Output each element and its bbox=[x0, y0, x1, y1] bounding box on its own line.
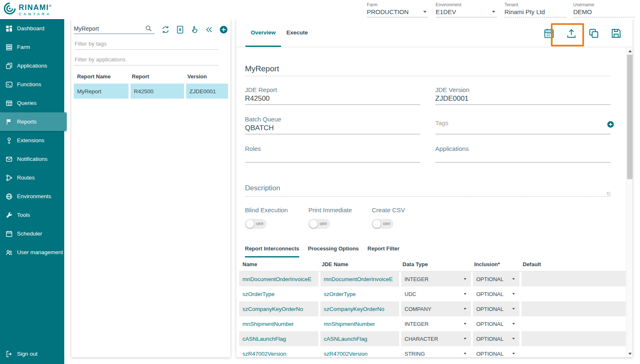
col-report-name: Report Name bbox=[74, 73, 128, 80]
search-icon bbox=[145, 25, 152, 32]
roles-field[interactable]: Roles bbox=[245, 145, 420, 163]
tab-processing-options[interactable]: Processing Options bbox=[308, 245, 359, 257]
report-row-myreport[interactable]: MyReport R42500 ZJDE0001 bbox=[74, 84, 230, 99]
report-search-field[interactable] bbox=[74, 25, 155, 34]
create-csv-label: Create CSV bbox=[372, 206, 435, 214]
sign-out-button[interactable]: Sign out bbox=[0, 345, 64, 363]
jde-version-field[interactable]: JDE Version ZJDE0001 bbox=[435, 86, 611, 105]
sidebar-item-queries[interactable]: Queries bbox=[0, 94, 64, 112]
data-type-select[interactable]: CHARACTER bbox=[399, 331, 471, 346]
col-inclusion: Inclusion* bbox=[471, 261, 519, 267]
sidebar-item-routes[interactable]: Routes bbox=[0, 168, 64, 187]
sidebar-item-environments[interactable]: Environments bbox=[0, 187, 64, 206]
sidebar-item-tools[interactable]: Tools bbox=[0, 206, 64, 224]
upload-button[interactable] bbox=[566, 28, 577, 39]
data-type-select[interactable]: INTEGER bbox=[399, 272, 471, 286]
default-cell[interactable] bbox=[519, 331, 626, 346]
sidebar-item-farm[interactable]: Farm bbox=[0, 38, 64, 56]
table-row: mnDocumentOrderInvoiceE mnDocumentOrderI… bbox=[239, 272, 626, 286]
name-cell: mnShipmentNumber bbox=[239, 316, 318, 331]
sidebar-item-user-management[interactable]: User management bbox=[0, 243, 64, 262]
manual-select-button[interactable] bbox=[190, 25, 199, 34]
tab-execute[interactable]: Execute bbox=[281, 19, 313, 47]
refresh-button[interactable] bbox=[161, 25, 170, 34]
sidebar-item-applications[interactable]: Applications bbox=[0, 56, 64, 75]
applications-icon bbox=[5, 62, 12, 69]
name-cell: cASNLaunchFlag bbox=[239, 331, 318, 346]
farm-select[interactable]: Farm PRODUCTION bbox=[367, 2, 428, 17]
applications-value bbox=[435, 153, 611, 163]
description-input[interactable] bbox=[245, 192, 611, 197]
environment-value: E1DEV bbox=[436, 8, 456, 15]
sidebar-item-label: Tools bbox=[17, 212, 30, 218]
chevron-down-icon bbox=[464, 353, 466, 354]
sidebar-item-label: Functions bbox=[17, 81, 41, 87]
inclusion-select[interactable]: OPTIONAL bbox=[471, 301, 519, 316]
description-label: Description bbox=[245, 184, 611, 192]
blind-execution-toggle[interactable]: OFF bbox=[245, 219, 267, 229]
sidebar-item-reports[interactable]: Reports bbox=[0, 112, 67, 131]
add-tag-button[interactable] bbox=[607, 121, 614, 130]
default-cell[interactable] bbox=[519, 346, 626, 357]
save-button[interactable] bbox=[611, 28, 622, 39]
sidebar-item-scheduler[interactable]: Scheduler bbox=[0, 224, 64, 243]
resize-grip-icon[interactable] bbox=[607, 192, 611, 196]
inclusion-select[interactable]: OPTIONAL bbox=[471, 272, 519, 286]
tab-overview[interactable]: Overview bbox=[245, 19, 281, 47]
tab-report-filter[interactable]: Report Filter bbox=[368, 245, 400, 257]
tools-icon bbox=[5, 211, 12, 218]
add-report-button[interactable] bbox=[219, 25, 228, 34]
tenant-field: Tenant Rinami Pty Ltd bbox=[504, 2, 566, 17]
vertical-scrollbar[interactable] bbox=[626, 48, 633, 357]
applications-field[interactable]: Applications bbox=[435, 145, 611, 163]
sign-out-label: Sign out bbox=[17, 351, 38, 357]
col-version: Version bbox=[184, 73, 228, 80]
filter-by-tags-input[interactable] bbox=[74, 39, 218, 50]
inclusion-select[interactable]: OPTIONAL bbox=[471, 346, 519, 357]
sidebar-item-functions[interactable]: Functions bbox=[0, 75, 64, 94]
name-cell: szR47002Version bbox=[239, 346, 318, 357]
schedule-button[interactable] bbox=[543, 28, 555, 39]
col-jde-name: JDE Name bbox=[318, 261, 399, 267]
copy-button[interactable] bbox=[588, 28, 599, 39]
export-excel-button[interactable] bbox=[176, 25, 184, 34]
sidebar-item-notifications[interactable]: Notifications bbox=[0, 150, 64, 168]
reports-list-panel: Report Name Report Version MyReport R425… bbox=[71, 19, 230, 357]
data-type-select[interactable]: STRING bbox=[399, 346, 471, 357]
data-type-select[interactable]: UDC bbox=[399, 286, 471, 301]
scrollbar-thumb[interactable] bbox=[627, 55, 633, 179]
interconnects-header: Name JDE Name Data Type Inclusion* Defau… bbox=[239, 257, 626, 272]
batch-queue-field[interactable]: Batch Queue QBATCH bbox=[245, 116, 420, 134]
inclusion-select[interactable]: OPTIONAL bbox=[471, 331, 519, 346]
tags-field[interactable] bbox=[435, 116, 611, 134]
chevron-down-icon bbox=[492, 11, 495, 13]
inclusion-select[interactable]: OPTIONAL bbox=[471, 286, 519, 301]
jde-name-cell: mnDocumentOrderInvoiceE bbox=[318, 272, 399, 286]
scrollbar-down-button[interactable] bbox=[627, 350, 633, 357]
tags-input[interactable] bbox=[435, 119, 593, 126]
session-fields: Farm PRODUCTION Environment E1DEV Tenant… bbox=[367, 2, 635, 17]
farm-icon bbox=[5, 44, 12, 51]
data-type-select[interactable]: COMPANY bbox=[399, 301, 471, 316]
tab-report-interconnects[interactable]: Report Interconnects bbox=[245, 245, 299, 257]
search-input[interactable] bbox=[74, 25, 145, 32]
collapse-panel-button[interactable] bbox=[205, 25, 213, 34]
sidebar-item-extensions[interactable]: Extensions bbox=[0, 131, 64, 150]
default-cell[interactable] bbox=[519, 301, 626, 316]
jde-report-field[interactable]: JDE Report R42500 bbox=[245, 86, 420, 105]
filter-by-applications-input[interactable] bbox=[74, 55, 218, 66]
inclusion-select[interactable]: OPTIONAL bbox=[471, 316, 519, 331]
sidebar-item-dashboard[interactable]: Dashboard bbox=[0, 19, 64, 38]
default-cell[interactable] bbox=[519, 316, 626, 331]
plus-circle-icon bbox=[607, 121, 614, 128]
sidebar-item-label: Scheduler bbox=[17, 231, 42, 237]
create-csv-toggle[interactable]: OFF bbox=[372, 219, 393, 229]
scrollbar-up-button[interactable] bbox=[627, 48, 633, 55]
environment-select[interactable]: Environment E1DEV bbox=[436, 2, 497, 17]
default-cell[interactable] bbox=[519, 272, 626, 286]
data-type-select[interactable]: INTEGER bbox=[399, 316, 471, 331]
print-immediate-toggle[interactable]: OFF bbox=[308, 219, 330, 229]
jde-report-value: R42500 bbox=[245, 95, 420, 105]
logo-line2: CANTARA bbox=[19, 12, 52, 16]
default-cell[interactable] bbox=[519, 286, 626, 301]
